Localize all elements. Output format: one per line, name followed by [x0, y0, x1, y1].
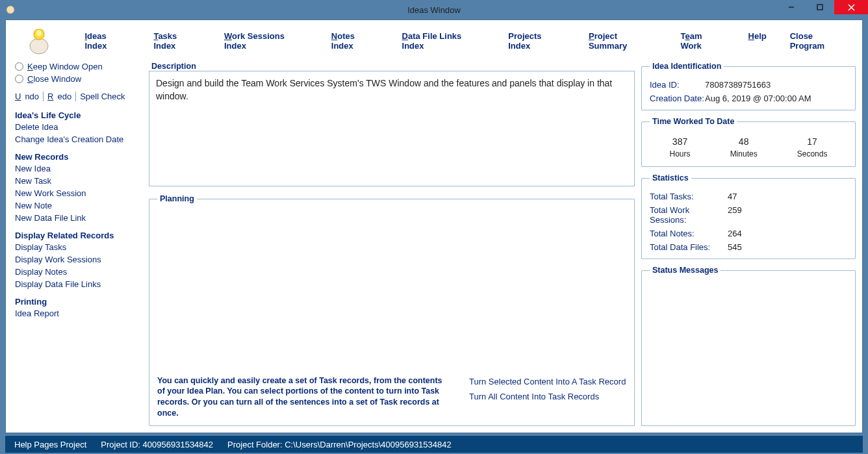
display-tasks-link[interactable]: Display Tasks	[15, 242, 140, 252]
change-date-link[interactable]: Change Idea's Creation Date	[15, 134, 140, 144]
status-messages-group: Status Messages	[641, 266, 856, 426]
heading-new-records: New Records	[15, 152, 140, 162]
maximize-button[interactable]	[806, 0, 834, 14]
nav-help[interactable]: Help	[748, 31, 767, 51]
svg-point-5	[30, 38, 48, 54]
time-worked-group: Time Worked To Date 387 Hours 48 Minutes…	[641, 117, 856, 167]
spell-check-link[interactable]: Spell Check	[76, 92, 129, 101]
display-work-sessions-link[interactable]: Display Work Sessions	[15, 255, 140, 264]
undo-link[interactable]: Undo	[15, 92, 44, 101]
new-task-link[interactable]: New Task	[15, 176, 140, 186]
close-window-radio[interactable]: Close Window	[15, 74, 140, 84]
planning-legend: Planning	[157, 194, 197, 203]
window-title: Ideas Window	[407, 5, 461, 15]
nav-ideas-index[interactable]: Ideas Index	[84, 31, 130, 51]
idea-id-value: 78087389751663	[705, 80, 771, 90]
redo-link[interactable]: Redo	[44, 92, 76, 101]
nav-project-summary[interactable]: Project Summary	[589, 31, 657, 51]
heading-life-cycle: Idea's Life Cycle	[15, 110, 140, 120]
total-ws-value: 259	[728, 205, 742, 225]
creation-date-value: Aug 6, 2019 @ 07:00:00 AM	[705, 94, 811, 103]
total-df-value: 545	[728, 242, 742, 252]
status-project-folder: Project Folder: C:\Users\Darren\Projects…	[227, 440, 452, 449]
nav-work-sessions-index[interactable]: Work Sessions Index	[224, 31, 308, 51]
planning-group: Planning You can quickly and easily crea…	[149, 194, 635, 426]
close-button[interactable]	[834, 0, 868, 14]
display-notes-link[interactable]: Display Notes	[15, 267, 140, 277]
planning-hint: You can quickly and easily create a set …	[157, 375, 443, 420]
new-idea-link[interactable]: New Idea	[15, 164, 140, 173]
hours-value: 387	[670, 136, 691, 147]
idea-report-link[interactable]: Idea Report	[15, 309, 140, 318]
title-bar: Ideas Window	[0, 0, 868, 19]
status-bar: Help Pages Project Project ID: 400956931…	[5, 436, 863, 453]
display-data-file-links-link[interactable]: Display Data File Links	[15, 279, 140, 289]
nav-team-work[interactable]: Team Work	[681, 31, 725, 51]
delete-idea-link[interactable]: Delete Idea	[15, 122, 140, 132]
status-project-id: Project ID: 400956931534842	[101, 440, 213, 449]
nav-close-program[interactable]: Close Program	[790, 31, 849, 51]
svg-rect-2	[817, 5, 823, 10]
seconds-label: Seconds	[797, 149, 828, 158]
lightbulb-head-icon	[19, 25, 56, 57]
total-notes-value: 264	[728, 229, 742, 238]
minutes-label: Minutes	[730, 149, 758, 158]
description-text[interactable]: Design and build the Team Work Services …	[149, 71, 635, 186]
minutes-value: 48	[730, 136, 758, 147]
svg-point-6	[36, 30, 42, 36]
total-ws-label: Total Work Sessions:	[650, 205, 728, 225]
total-tasks-label: Total Tasks:	[650, 192, 728, 201]
new-note-link[interactable]: New Note	[15, 201, 140, 210]
new-data-file-link-link[interactable]: New Data File Link	[15, 213, 140, 223]
app-header: Ideas Index Tasks Index Work Sessions In…	[6, 20, 862, 62]
sidebar: Keep Window Open Close Window Undo Redo …	[12, 62, 142, 426]
status-messages-legend: Status Messages	[650, 266, 721, 275]
turn-all-link[interactable]: Turn All Content Into Task Records	[469, 392, 626, 401]
minimize-button[interactable]	[777, 0, 806, 14]
total-tasks-value: 47	[728, 192, 737, 201]
hours-label: Hours	[670, 149, 691, 158]
keep-window-open-radio[interactable]: Keep Window Open	[15, 62, 140, 71]
idea-id-label: Idea ID:	[650, 80, 705, 90]
total-notes-label: Total Notes:	[650, 229, 728, 238]
creation-date-label: Creation Date:	[650, 94, 705, 103]
idea-id-legend: Idea Identification	[650, 62, 724, 71]
seconds-value: 17	[797, 136, 828, 147]
statistics-group: Statistics Total Tasks:47 Total Work Ses…	[641, 173, 856, 259]
description-legend: Description	[149, 62, 199, 71]
time-worked-legend: Time Worked To Date	[650, 117, 737, 126]
idea-identification-group: Idea Identification Idea ID: 78087389751…	[641, 62, 856, 110]
app-icon	[5, 5, 16, 15]
heading-printing: Printing	[15, 297, 140, 307]
nav-tasks-index[interactable]: Tasks Index	[153, 31, 201, 51]
total-df-label: Total Data Files:	[650, 242, 728, 252]
svg-point-0	[6, 6, 14, 14]
status-help-pages[interactable]: Help Pages Project	[14, 440, 86, 449]
heading-display-related: Display Related Records	[15, 231, 140, 240]
description-group: Description Design and build the Team Wo…	[149, 62, 635, 186]
planning-text[interactable]	[157, 212, 626, 369]
nav-data-file-links-index[interactable]: Data File Links Index	[402, 31, 485, 51]
statistics-legend: Statistics	[650, 173, 691, 183]
nav-notes-index[interactable]: Notes Index	[331, 31, 379, 51]
nav-projects-index[interactable]: Projects Index	[508, 31, 565, 51]
turn-selected-link[interactable]: Turn Selected Content Into A Task Record	[469, 377, 626, 386]
new-work-session-link[interactable]: New Work Session	[15, 188, 140, 198]
